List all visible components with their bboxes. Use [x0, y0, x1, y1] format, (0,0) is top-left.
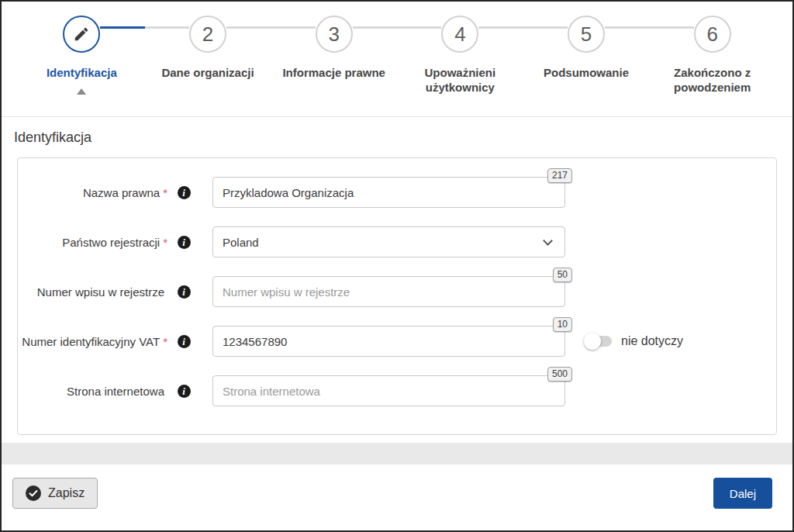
field-label: Numer wpisu w rejestrze [18, 285, 167, 299]
step-label: Podsumowanie [544, 65, 629, 80]
step-circle-2[interactable]: 2 [189, 16, 226, 53]
pencil-icon [73, 26, 90, 43]
step-informacje-prawne: 3 Informacje prawne [271, 16, 397, 116]
form-row-numer-wpisu: Numer wpisu w rejestrze 50 [18, 276, 776, 307]
step-connector [145, 26, 189, 29]
next-button[interactable]: Dalej [713, 478, 772, 509]
step-zakonczono: 6 Zakończono z powodzeniem [649, 16, 775, 116]
step-label: Identyfikacja [47, 65, 117, 80]
info-icon[interactable] [178, 285, 191, 299]
panstwo-rejestracji-select[interactable]: Poland [212, 226, 565, 257]
wizard-stepper: Identyfikacja 2 Dane organizacji 3 Infor… [2, 2, 792, 116]
stepper-divider [2, 116, 792, 117]
strona-internetowa-input[interactable] [212, 375, 565, 406]
info-icon[interactable] [178, 186, 191, 199]
info-icon[interactable] [178, 236, 191, 249]
save-button[interactable]: Zapisz [12, 478, 98, 509]
save-button-label: Zapisz [48, 486, 85, 500]
step-dane-organizacji: 2 Dane organizacji [145, 16, 271, 116]
char-counter-badge: 10 [553, 317, 572, 332]
form-row-nazwa-prawna: Nazwa prawna* 217 [18, 177, 776, 208]
step-connector [353, 26, 397, 29]
step-podsumowanie: 5 Podsumowanie [523, 16, 650, 116]
active-step-marker-icon [77, 88, 86, 95]
step-number: 5 [581, 22, 592, 47]
selected-country: Poland [223, 236, 259, 249]
toggle-knob [584, 333, 601, 350]
step-label: Zakończono z powodzeniem [654, 65, 771, 95]
step-connector [605, 26, 649, 29]
check-circle-icon [26, 485, 41, 501]
step-connector [649, 26, 693, 29]
field-label: Nazwa prawna* [18, 185, 167, 200]
step-circle-4[interactable]: 4 [441, 16, 478, 53]
form-row-numer-vat: Numer identyfikacyjny VAT* 10 nie dotycz… [18, 326, 776, 357]
toggle-label: nie dotyczy [621, 334, 683, 348]
section-title: Identyfikacja [14, 130, 782, 146]
nie-dotyczy-toggle[interactable]: nie dotyczy [585, 334, 683, 348]
info-icon[interactable] [178, 385, 191, 398]
step-number: 6 [706, 22, 717, 47]
step-connector [523, 26, 568, 29]
step-label: Upoważnieni użytkownicy [402, 65, 518, 95]
step-upowaznieni-uzytkownicy: 4 Upoważnieni użytkownicy [397, 16, 523, 116]
step-connector [271, 26, 315, 29]
chevron-down-icon [543, 236, 553, 246]
step-connector [478, 26, 523, 29]
step-connector [100, 26, 144, 29]
step-circle-5[interactable]: 5 [568, 16, 605, 53]
step-connector [226, 26, 271, 29]
step-label: Informacje prawne [282, 65, 385, 80]
registration-wizard-window: Identyfikacja 2 Dane organizacji 3 Infor… [0, 0, 794, 532]
form-row-panstwo-rejestracji: Państwo rejestracji* Poland [18, 226, 776, 257]
step-circle-6[interactable]: 6 [694, 16, 731, 53]
step-number: 3 [328, 22, 339, 47]
numer-wpisu-input[interactable] [212, 276, 565, 307]
toggle-track [585, 336, 612, 347]
main-content: Identyfikacja Nazwa prawna* 217 Państwo … [2, 130, 792, 435]
step-number: 4 [454, 22, 465, 47]
field-label: Strona internetowa [18, 384, 167, 399]
step-circle-1[interactable] [63, 16, 100, 53]
footer-actions: Zapisz Dalej [2, 465, 792, 509]
form-row-strona-internetowa: Strona internetowa 500 [18, 375, 776, 406]
char-counter-badge: 50 [553, 268, 572, 282]
char-counter-badge: 217 [547, 168, 572, 183]
form-panel: Nazwa prawna* 217 Państwo rejestracji* P… [17, 157, 777, 435]
char-counter-badge: 500 [547, 367, 572, 382]
nazwa-prawna-input[interactable] [212, 177, 565, 208]
step-circle-3[interactable]: 3 [316, 16, 353, 53]
step-label: Dane organizacji [161, 65, 254, 80]
info-icon[interactable] [178, 335, 191, 348]
step-number: 2 [202, 22, 213, 47]
step-connector [397, 26, 441, 29]
footer-separator-bar [2, 443, 792, 465]
field-label: Numer identyfikacyjny VAT* [18, 334, 167, 349]
numer-vat-input[interactable] [212, 326, 565, 357]
step-identyfikacja: Identyfikacja [19, 16, 145, 116]
field-label: Państwo rejestracji* [18, 235, 167, 250]
